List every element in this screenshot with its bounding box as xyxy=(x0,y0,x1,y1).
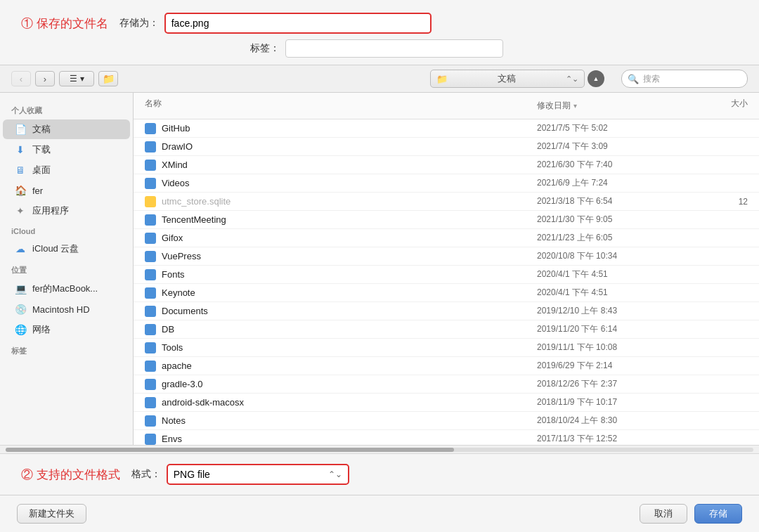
desktop-icon: 🖥 xyxy=(14,164,27,176)
file-date-cell: 2018/10/24 上午 8:30 xyxy=(537,415,692,427)
file-name-cell: XMind xyxy=(145,160,537,171)
sidebar-item-home[interactable]: 🏠 fer xyxy=(3,181,130,200)
file-name-cell: VuePress xyxy=(145,251,537,262)
sidebar-item-applications[interactable]: ✦ 应用程序 xyxy=(3,201,130,221)
list-view-icon: ☰ xyxy=(70,74,77,84)
table-row[interactable]: Tools2019/11/1 下午 10:08 xyxy=(134,339,759,357)
file-date-cell: 2021/7/4 下午 3:09 xyxy=(537,141,692,153)
table-row[interactable]: Fonts2020/4/1 下午 4:51 xyxy=(134,266,759,284)
folder-icon xyxy=(145,233,156,244)
folder-icon xyxy=(145,306,156,317)
back-button[interactable]: ‹ xyxy=(11,71,31,86)
sidebar-item-label: fer的MacBook... xyxy=(32,283,98,295)
folder-icon xyxy=(145,379,156,390)
sidebar-item-label: 下载 xyxy=(32,143,51,156)
sidebar-item-macbook[interactable]: 💻 fer的MacBook... xyxy=(3,279,130,299)
table-row[interactable]: Notes2018/10/24 上午 8:30 xyxy=(134,412,759,430)
file-name-text: GitHub xyxy=(162,123,190,134)
forward-button[interactable]: › xyxy=(35,71,55,86)
sidebar-section-personal: 个人收藏 xyxy=(0,100,133,119)
table-row[interactable]: Videos2021/6/9 上午 7:24 xyxy=(134,174,759,193)
file-size-cell: 12 xyxy=(692,197,748,207)
sidebar-item-downloads[interactable]: ⬇ 下载 xyxy=(3,140,130,160)
table-row[interactable]: Keynote2020/4/1 下午 4:51 xyxy=(134,284,759,302)
header-date[interactable]: 修改日期 ▾ xyxy=(537,96,692,116)
folder-icon xyxy=(145,123,156,134)
sidebar-item-network[interactable]: 🌐 网络 xyxy=(3,320,130,339)
icloud-icon: ☁ xyxy=(14,242,27,255)
folder-icon xyxy=(145,434,156,445)
table-row[interactable]: Envs2017/11/3 下午 12:52 xyxy=(134,430,759,445)
file-rows-container: GitHub2021/7/5 下午 5:02DrawIO2021/7/4 下午 … xyxy=(134,119,759,445)
file-name-cell: DrawIO xyxy=(145,141,537,153)
annotation1-label: ① 保存的文件名 xyxy=(21,15,108,32)
view-options-button[interactable]: ☰ ▾ xyxy=(59,71,94,86)
file-date-cell: 2020/4/1 下午 4:51 xyxy=(537,268,692,280)
folder-icon-toolbar: 📁 xyxy=(436,74,448,84)
chevron-down-icon: ▾ xyxy=(80,74,84,84)
table-row[interactable]: android-sdk-macosx2018/11/9 下午 10:17 xyxy=(134,394,759,412)
file-name-cell: TencentMeeting xyxy=(145,214,537,226)
new-folder-toolbar-button[interactable]: 📁 xyxy=(98,71,118,86)
sidebar: 个人收藏 📄 文稿 ⬇ 下载 🖥 桌面 🏠 fer ✦ 应用程序 iCloud … xyxy=(0,93,134,445)
location-chevrons: ⌃⌄ xyxy=(566,74,578,84)
format-chevron-icon: ⌃⌄ xyxy=(328,469,342,479)
file-name-cell: Envs xyxy=(145,434,537,445)
scrollbar-track[interactable] xyxy=(6,448,753,452)
table-row[interactable]: gradle-3.02018/12/26 下午 2:37 xyxy=(134,375,759,394)
file-date-cell: 2019/12/10 上午 8:43 xyxy=(537,305,692,317)
annotation-top-section: ① 保存的文件名 存储为： 标签： xyxy=(0,0,759,65)
sidebar-item-label: 文稿 xyxy=(32,123,51,136)
network-icon: 🌐 xyxy=(14,323,27,336)
expand-button[interactable] xyxy=(588,70,604,87)
table-row[interactable]: Gifox2021/1/23 上午 6:05 xyxy=(134,229,759,247)
file-name-cell: DB xyxy=(145,324,537,335)
file-date-cell: 2019/6/29 下午 2:14 xyxy=(537,360,692,372)
sidebar-item-hd[interactable]: 💿 Macintosh HD xyxy=(3,299,130,319)
cancel-button[interactable]: 取消 xyxy=(640,504,687,524)
table-row[interactable]: VuePress2020/10/8 下午 10:34 xyxy=(134,247,759,266)
file-name-text: apache xyxy=(162,361,192,371)
file-name-text: Gifox xyxy=(162,233,183,243)
file-name-text: android-sdk-macosx xyxy=(162,397,244,408)
file-date-cell: 2021/6/30 下午 7:40 xyxy=(537,159,692,171)
table-row[interactable]: utmc_store.sqlite2021/3/18 下午 6:5412 xyxy=(134,193,759,211)
folder-icon xyxy=(145,160,156,171)
file-date-cell: 2020/10/8 下午 10:34 xyxy=(537,250,692,262)
table-row[interactable]: XMind2021/6/30 下午 7:40 xyxy=(134,156,759,174)
sidebar-section-tags: 标签 xyxy=(0,340,133,359)
search-box[interactable]: 🔍 搜索 xyxy=(621,70,748,88)
save-button[interactable]: 存储 xyxy=(694,504,742,524)
file-list-header: 名称 修改日期 ▾ 大小 xyxy=(134,93,759,119)
sidebar-item-icloud[interactable]: ☁ iCloud 云盘 xyxy=(3,239,130,259)
file-name-cell: Keynote xyxy=(145,287,537,299)
home-icon: 🏠 xyxy=(14,184,27,197)
footer: 新建文件夹 取消 存储 xyxy=(0,495,759,532)
sort-icon: ▾ xyxy=(573,100,577,112)
table-row[interactable]: Documents2019/12/10 上午 8:43 xyxy=(134,302,759,320)
toolbar: ‹ › ☰ ▾ 📁 📁 文稿 ⌃⌄ 🔍 搜索 xyxy=(0,65,759,93)
file-date-cell: 2019/11/20 下午 6:14 xyxy=(537,323,692,335)
tag-input[interactable] xyxy=(285,39,503,58)
sidebar-item-documents[interactable]: 📄 文稿 xyxy=(3,119,130,139)
sidebar-section-location: 位置 xyxy=(0,259,133,278)
table-row[interactable]: TencentMeeting2021/1/30 下午 9:05 xyxy=(134,211,759,229)
search-icon: 🔍 xyxy=(628,74,639,84)
file-date-cell: 2021/6/9 上午 7:24 xyxy=(537,177,692,189)
file-name-text: Documents xyxy=(162,306,208,316)
filename-input[interactable] xyxy=(164,13,432,34)
table-row[interactable]: DB2019/11/20 下午 6:14 xyxy=(134,320,759,339)
file-icon xyxy=(145,196,156,207)
location-dropdown[interactable]: 📁 文稿 ⌃⌄ xyxy=(430,70,585,88)
annotation-bottom-section: ② 支持的文件格式 格式： PNG file ⌃⌄ xyxy=(0,453,759,495)
file-name-cell: Notes xyxy=(145,415,537,427)
location-bar: 📁 文稿 ⌃⌄ xyxy=(430,70,604,88)
file-name-cell: Videos xyxy=(145,178,537,189)
sidebar-item-desktop[interactable]: 🖥 桌面 xyxy=(3,160,130,180)
table-row[interactable]: apache2019/6/29 下午 2:14 xyxy=(134,357,759,375)
folder-icon xyxy=(145,397,156,408)
format-dropdown[interactable]: PNG file ⌃⌄ xyxy=(167,464,349,485)
new-folder-button[interactable]: 新建文件夹 xyxy=(17,504,86,524)
table-row[interactable]: GitHub2021/7/5 下午 5:02 xyxy=(134,119,759,138)
table-row[interactable]: DrawIO2021/7/4 下午 3:09 xyxy=(134,138,759,156)
